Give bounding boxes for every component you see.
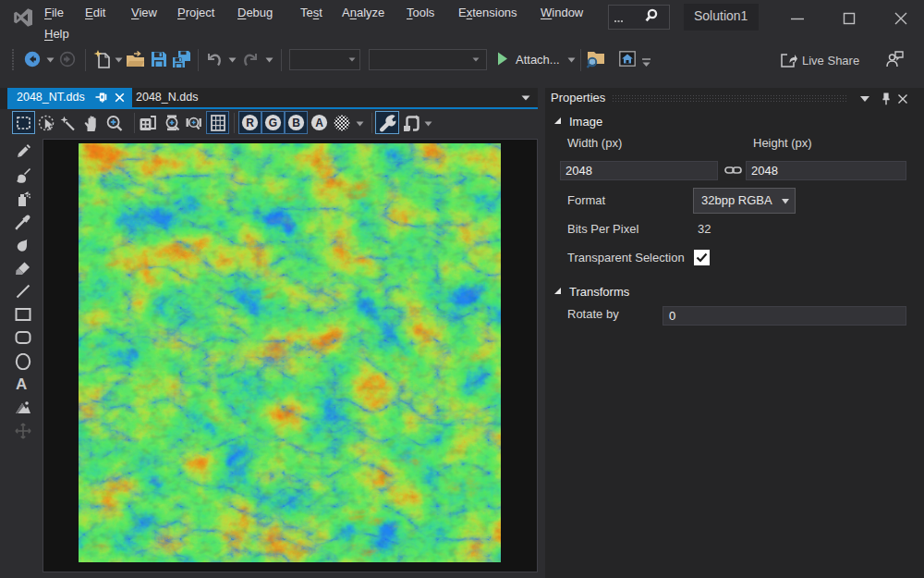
svg-text:B: B — [292, 117, 300, 129]
svg-text:A: A — [315, 117, 323, 129]
svg-text:G: G — [269, 117, 277, 129]
svg-text:R: R — [246, 117, 254, 129]
